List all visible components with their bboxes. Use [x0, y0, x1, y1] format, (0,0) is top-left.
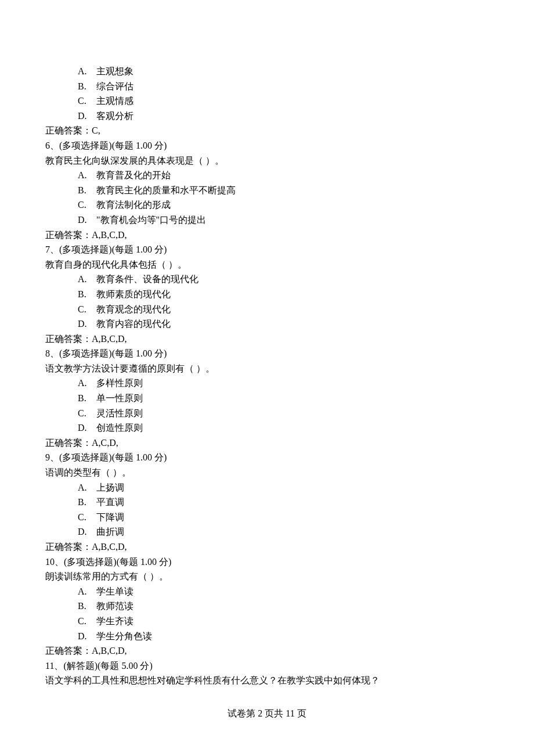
option-row: C. 教育观念的现代化 — [45, 302, 489, 317]
option-label: A. — [78, 64, 94, 79]
exam-page: A. 主观想象 B. 综合评估 C. 主观情感 D. 客观分析 正确答案：C, … — [0, 0, 534, 756]
question-header: 11、(解答题)(每题 5.00 分) — [45, 658, 489, 674]
option-row: B. 教育民主化的质量和水平不断提高 — [45, 183, 489, 198]
option-text: 教育观念的现代化 — [96, 304, 171, 314]
option-row: A. 学生单读 — [45, 584, 489, 599]
option-row: C. 下降调 — [45, 510, 489, 525]
option-label: D. — [78, 316, 94, 332]
option-label: B. — [78, 287, 94, 302]
question-header: 7、(多项选择题)(每题 1.00 分) — [45, 242, 489, 257]
correct-answer: 正确答案：A,B,C,D, — [45, 539, 489, 555]
option-label: B. — [78, 599, 94, 614]
option-row: D. 学生分角色读 — [45, 629, 489, 644]
option-text: 学生单读 — [96, 586, 134, 596]
option-label: D. — [78, 420, 94, 435]
option-label: A. — [78, 376, 94, 391]
option-row: D. 创造性原则 — [45, 420, 489, 435]
option-text: 教育普及化的开始 — [96, 170, 171, 180]
option-row: D. 教育内容的现代化 — [45, 316, 489, 332]
option-row: B. 综合评估 — [45, 79, 489, 94]
option-label: C. — [78, 197, 94, 213]
option-row: A. 上扬调 — [45, 480, 489, 495]
option-text: 教育民主化的质量和水平不断提高 — [96, 185, 236, 195]
option-label: C. — [78, 510, 94, 525]
question-block: 9、(多项选择题)(每题 1.00 分) 语调的类型有（ ）。 A. 上扬调 B… — [45, 450, 489, 554]
option-row: B. 教师范读 — [45, 599, 489, 614]
option-label: A. — [78, 272, 94, 287]
option-label: C. — [78, 302, 94, 317]
option-text: 主观情感 — [96, 96, 134, 106]
question-block: 8、(多项选择题)(每题 1.00 分) 语文教学方法设计要遵循的原则有（ ）。… — [45, 346, 489, 450]
option-label: D. — [78, 109, 94, 124]
question-header: 6、(多项选择题)(每题 1.00 分) — [45, 138, 489, 153]
option-row: C. 学生齐读 — [45, 614, 489, 629]
option-label: B. — [78, 391, 94, 406]
option-row: D. "教育机会均等"口号的提出 — [45, 213, 489, 228]
question-header: 10、(多项选择题)(每题 1.00 分) — [45, 555, 489, 570]
question-stem: 朗读训练常用的方式有（ ）。 — [45, 569, 489, 584]
option-row: B. 教师素质的现代化 — [45, 287, 489, 302]
option-label: A. — [78, 584, 94, 599]
option-label: D. — [78, 629, 94, 644]
question-header: 8、(多项选择题)(每题 1.00 分) — [45, 346, 489, 361]
option-text: 灵活性原则 — [96, 408, 143, 418]
option-row: A. 多样性原则 — [45, 376, 489, 391]
correct-answer: 正确答案：A,B,C,D, — [45, 228, 489, 243]
option-text: 平直调 — [96, 497, 124, 507]
option-row: A. 主观想象 — [45, 64, 489, 79]
question-block: 10、(多项选择题)(每题 1.00 分) 朗读训练常用的方式有（ ）。 A. … — [45, 555, 489, 658]
correct-answer: 正确答案：A,B,C,D, — [45, 643, 489, 658]
option-label: C. — [78, 93, 94, 109]
question-stem: 语文学科的工具性和思想性对确定学科性质有什么意义？在教学实践中如何体现？ — [45, 673, 489, 688]
option-text: 教师范读 — [96, 601, 134, 611]
option-row: D. 曲折调 — [45, 524, 489, 539]
question-header: 9、(多项选择题)(每题 1.00 分) — [45, 450, 489, 465]
option-text: 教师素质的现代化 — [96, 289, 171, 299]
option-text: "教育机会均等"口号的提出 — [96, 215, 206, 225]
question-stem: 语文教学方法设计要遵循的原则有（ ）。 — [45, 361, 489, 376]
option-text: 上扬调 — [96, 483, 124, 492]
correct-answer: 正确答案：A,C,D, — [45, 435, 489, 451]
option-text: 教育法制化的形成 — [96, 200, 171, 210]
option-text: 学生分角色读 — [96, 631, 152, 641]
option-row: B. 平直调 — [45, 495, 489, 510]
option-label: A. — [78, 168, 94, 183]
option-row: C. 教育法制化的形成 — [45, 197, 489, 213]
option-text: 下降调 — [96, 512, 124, 522]
option-label: C. — [78, 406, 94, 421]
question-stem: 教育自身的现代化具体包括（ ）。 — [45, 257, 489, 272]
option-row: C. 主观情感 — [45, 93, 489, 109]
option-label: A. — [78, 480, 94, 495]
correct-answer: 正确答案：A,B,C,D, — [45, 332, 489, 347]
question-stem: 教育民主化向纵深发展的具体表现是（ ）。 — [45, 153, 489, 168]
option-label: B. — [78, 79, 94, 94]
correct-answer: 正确答案：C, — [45, 123, 489, 138]
option-text: 教育内容的现代化 — [96, 319, 171, 329]
option-text: 多样性原则 — [96, 378, 143, 388]
option-text: 学生齐读 — [96, 616, 134, 626]
question-block: 6、(多项选择题)(每题 1.00 分) 教育民主化向纵深发展的具体表现是（ ）… — [45, 138, 489, 242]
option-text: 曲折调 — [96, 527, 124, 537]
option-label: B. — [78, 183, 94, 198]
question-5-tail: A. 主观想象 B. 综合评估 C. 主观情感 D. 客观分析 正确答案：C, — [45, 64, 489, 138]
option-text: 教育条件、设备的现代化 — [96, 274, 199, 284]
option-text: 创造性原则 — [96, 423, 143, 433]
option-label: B. — [78, 495, 94, 510]
option-row: B. 单一性原则 — [45, 391, 489, 406]
question-block: 7、(多项选择题)(每题 1.00 分) 教育自身的现代化具体包括（ ）。 A.… — [45, 242, 489, 346]
option-label: D. — [78, 524, 94, 539]
option-text: 单一性原则 — [96, 393, 143, 403]
page-footer: 试卷第 2 页共 11 页 — [0, 706, 534, 721]
option-row: C. 灵活性原则 — [45, 406, 489, 421]
question-stem: 语调的类型有（ ）。 — [45, 465, 489, 480]
option-row: A. 教育条件、设备的现代化 — [45, 272, 489, 287]
option-text: 主观想象 — [96, 66, 134, 76]
option-text: 客观分析 — [96, 111, 134, 121]
option-text: 综合评估 — [96, 81, 134, 91]
option-row: A. 教育普及化的开始 — [45, 168, 489, 183]
option-label: D. — [78, 213, 94, 228]
question-block: 11、(解答题)(每题 5.00 分) 语文学科的工具性和思想性对确定学科性质有… — [45, 658, 489, 688]
option-label: C. — [78, 614, 94, 629]
option-row: D. 客观分析 — [45, 109, 489, 124]
